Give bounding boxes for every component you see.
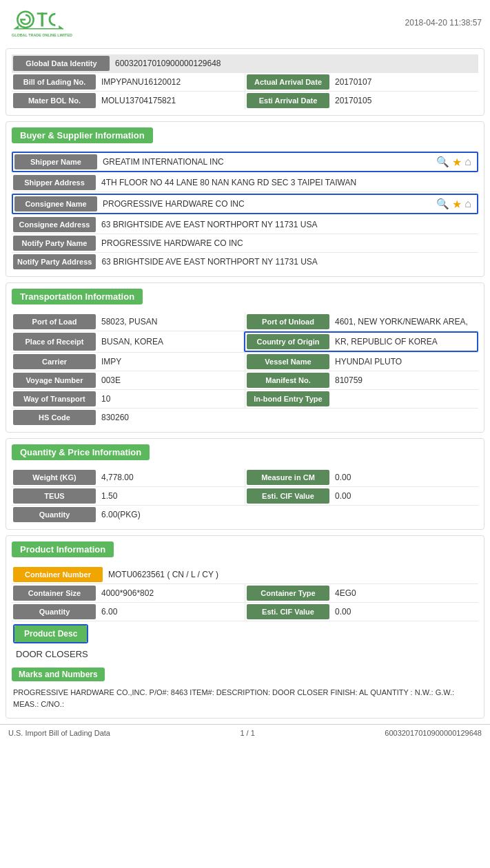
- quantity-price-header: Quantity & Price Information: [12, 444, 150, 460]
- product-desc-box: Product Desc: [13, 624, 88, 643]
- measure-in-cm-label: Measure in CM: [247, 470, 329, 485]
- bill-of-lading-value: IMPYPANU16120012: [97, 73, 245, 91]
- consignee-star-icon[interactable]: ★: [452, 198, 462, 211]
- notify-party-address-row: Notify Party Address 63 BRIGHTSIDE AVE E…: [12, 253, 478, 271]
- container-number-row: Container Number MOTU0623561 ( CN / L / …: [12, 566, 478, 584]
- footer-center: 1 / 1: [240, 729, 254, 737]
- voyage-manifest-row: Voyage Number 003E Manifest No. 810759: [12, 371, 478, 390]
- product-esti-cif-value: 0.00: [331, 603, 478, 621]
- consignee-address-row: Consignee Address 63 BRIGHTSIDE AVE EAST…: [12, 216, 478, 234]
- buyer-supplier-header: Buyer & Supplier Information: [12, 127, 153, 143]
- carrier-value: IMPY: [97, 353, 245, 371]
- container-type-label: Container Type: [247, 586, 329, 601]
- datetime: 2018-04-20 11:38:57: [405, 18, 482, 28]
- bill-of-lading-label: Bill of Lading No.: [13, 74, 96, 90]
- country-of-origin-label: Country of Origin: [247, 334, 329, 349]
- notify-party-name-label: Notify Party Name: [13, 236, 96, 251]
- svg-rect-3: [41, 12, 43, 26]
- consignee-address-label: Consignee Address: [13, 217, 96, 232]
- buyer-supplier-card: Buyer & Supplier Information Shipper Nam…: [6, 121, 484, 277]
- shipper-address-label: Shipper Address: [13, 175, 96, 190]
- mater-bol-label: Mater BOL No.: [13, 93, 96, 108]
- esti-arrival-date-label: Esti Arrival Date: [247, 93, 329, 108]
- header: GLOBAL TRADE ONLINE LIMITED 2018-04-20 1…: [0, 0, 490, 45]
- weight-value: 4,778.00: [97, 468, 245, 486]
- shipper-star-icon[interactable]: ★: [452, 156, 462, 169]
- consignee-address-value: 63 BRIGHTSIDE AVE EAST NORTHPORT NY 1173…: [97, 216, 478, 234]
- footer: U.S. Import Bill of Lading Data 1 / 1 60…: [0, 724, 490, 741]
- port-of-unload-value: 4601, NEW YORK/NEWARK AREA,: [331, 313, 478, 331]
- logo-area: GLOBAL TRADE ONLINE LIMITED: [8, 6, 77, 40]
- global-data-identity-value: 60032017010900000129648: [111, 54, 478, 72]
- in-bond-entry-type-value: [331, 390, 478, 408]
- port-of-unload-label: Port of Unload: [247, 314, 329, 329]
- manifest-no-label: Manifest No.: [247, 373, 329, 388]
- consignee-name-value: PROGRESSIVE HARDWARE CO INC: [99, 195, 436, 213]
- actual-arrival-date-value: 20170107: [331, 73, 478, 91]
- logo-svg: GLOBAL TRADE ONLINE LIMITED: [8, 6, 77, 40]
- hs-code-row: HS Code 830260: [12, 409, 478, 426]
- manifest-no-value: 810759: [331, 371, 478, 389]
- vessel-name-label: Vessel Name: [247, 354, 329, 369]
- consignee-search-icon[interactable]: 🔍: [436, 198, 449, 210]
- consignee-name-label: Consignee Name: [14, 196, 97, 211]
- consignee-name-row: Consignee Name PROGRESSIVE HARDWARE CO I…: [12, 194, 478, 214]
- carrier-vessel-row: Carrier IMPY Vessel Name HYUNDAI PLUTO: [12, 353, 478, 371]
- footer-left: U.S. Import Bill of Lading Data: [8, 729, 110, 737]
- page-wrapper: GLOBAL TRADE ONLINE LIMITED 2018-04-20 1…: [0, 0, 490, 868]
- shipper-name-row: Shipper Name GREATIM INTERNATIONAL INC 🔍…: [12, 152, 478, 172]
- voyage-number-label: Voyage Number: [13, 373, 96, 388]
- port-row: Port of Load 58023, PUSAN Port of Unload…: [12, 313, 478, 331]
- vessel-name-value: HYUNDAI PLUTO: [331, 353, 478, 371]
- teus-value: 1.50: [97, 487, 245, 505]
- mater-bol-value: MOLU13704175821: [97, 92, 245, 110]
- container-type-value: 4EG0: [331, 584, 478, 602]
- teus-label: TEUS: [13, 488, 96, 504]
- product-header: Product Information: [12, 541, 114, 557]
- esti-cif-value-value: 0.00: [331, 487, 478, 505]
- shipper-search-icon[interactable]: 🔍: [436, 156, 449, 168]
- measure-in-cm-value: 0.00: [331, 468, 478, 486]
- voyage-number-value: 003E: [97, 371, 245, 389]
- consignee-home-icon[interactable]: ⌂: [465, 198, 471, 210]
- container-size-type-row: Container Size 4000*906*802 Container Ty…: [12, 584, 478, 603]
- marks-and-numbers-value: PROGRESSIVE HARDWARE CO.,INC. P/O#: 8463…: [12, 684, 478, 712]
- quantity-row: Quantity 6.00(PKG): [12, 506, 478, 524]
- notify-party-name-row: Notify Party Name PROGRESSIVE HARDWARE C…: [12, 234, 478, 253]
- actual-arrival-date-label: Actual Arrival Date: [247, 74, 329, 90]
- quantity-label: Quantity: [13, 507, 96, 522]
- way-of-transport-value: 10: [97, 390, 245, 408]
- shipper-address-value: 4TH FLOOR NO 44 LANE 80 NAN KANG RD SEC …: [97, 174, 478, 192]
- port-of-load-value: 58023, PUSAN: [97, 313, 245, 331]
- shipper-address-row: Shipper Address 4TH FLOOR NO 44 LANE 80 …: [12, 174, 478, 192]
- teus-cif-row: TEUS 1.50 Esti. CIF Value 0.00: [12, 487, 478, 506]
- svg-text:GLOBAL TRADE ONLINE LIMITED: GLOBAL TRADE ONLINE LIMITED: [12, 33, 72, 37]
- product-esti-cif-label: Esti. CIF Value: [247, 604, 329, 619]
- container-number-label: Container Number: [13, 567, 103, 582]
- shipper-name-label: Shipper Name: [14, 154, 97, 169]
- product-quantity-label: Quantity: [13, 604, 96, 619]
- quantity-price-card: Quantity & Price Information Weight (KG)…: [6, 438, 484, 530]
- transportation-card: Transportation Information Port of Load …: [6, 282, 484, 433]
- esti-arrival-date-value: 20170105: [331, 92, 478, 110]
- esti-cif-value-label: Esti. CIF Value: [247, 488, 329, 504]
- product-desc-value: DOOR CLOSERS: [12, 646, 478, 662]
- way-of-transport-label: Way of Transport: [13, 391, 96, 406]
- notify-party-name-value: PROGRESSIVE HARDWARE CO INC: [97, 234, 478, 252]
- quantity-value: 6.00(PKG): [97, 506, 478, 524]
- notify-party-address-label: Notify Party Address: [13, 254, 96, 269]
- global-data-identity-label: Global Data Identity: [13, 56, 110, 71]
- in-bond-entry-type-label: In-bond Entry Type: [247, 391, 329, 406]
- transportation-header: Transportation Information: [12, 289, 143, 304]
- shipper-home-icon[interactable]: ⌂: [465, 156, 471, 168]
- footer-right: 60032017010900000129648: [385, 729, 482, 737]
- hs-code-label: HS Code: [13, 410, 96, 425]
- container-size-label: Container Size: [13, 586, 96, 601]
- notify-party-address-value: 63 BRIGHTSIDE AVE EAST NORTHPORT NY 1173…: [97, 253, 478, 271]
- shipper-name-value: GREATIM INTERNATIONAL INC: [99, 153, 436, 171]
- receipt-origin-row: Place of Receipt BUSAN, KOREA Country of…: [12, 331, 478, 353]
- product-desc-label: Product Desc: [14, 626, 87, 642]
- identity-card: Global Data Identity 6003201701090000012…: [6, 48, 484, 116]
- country-of-origin-value: KR, REPUBLIC OF KOREA: [331, 333, 477, 351]
- container-size-value: 4000*906*802: [97, 584, 245, 602]
